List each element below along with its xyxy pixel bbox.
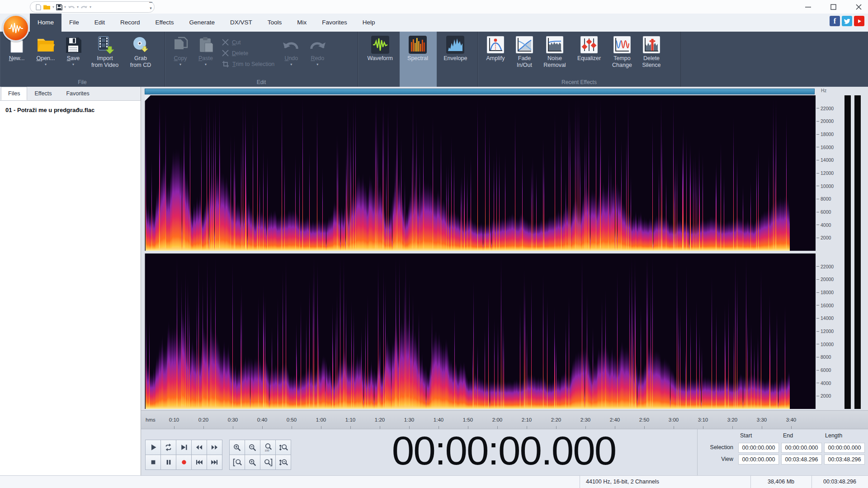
copy-button[interactable]: Copy ▾: [168, 32, 193, 79]
fade-in-out-button[interactable]: Fade In/Out: [510, 32, 538, 79]
waveform-view-button[interactable]: Waveform: [361, 32, 399, 79]
cut-button[interactable]: Cut: [222, 39, 274, 46]
open-dropdown-caret[interactable]: ▾: [52, 5, 54, 9]
redo-dropdown-caret[interactable]: ▾: [90, 5, 91, 9]
tab-files[interactable]: Files: [1, 87, 27, 100]
tab-favorites[interactable]: Favorites: [314, 14, 355, 32]
redo-dropdown-caret[interactable]: ▾: [316, 63, 318, 66]
open-button[interactable]: Open... ▾: [31, 32, 61, 79]
svg-text:100: 100: [265, 449, 270, 452]
tab-mix[interactable]: Mix: [289, 14, 314, 32]
zoom-full-button[interactable]: [245, 455, 260, 470]
delete-button[interactable]: Delete: [222, 50, 274, 56]
redo-button[interactable]: Redo ▾: [304, 32, 330, 79]
play-to-end-button[interactable]: [176, 440, 192, 455]
save-icon[interactable]: [56, 4, 62, 10]
current-time-display: 00:00:00.000: [377, 427, 631, 474]
redo-icon[interactable]: [80, 4, 88, 10]
undo-dropdown-caret[interactable]: ▾: [290, 63, 292, 66]
loop-play-button[interactable]: [160, 440, 176, 455]
spectral-view-button[interactable]: Spectral: [399, 32, 436, 79]
zoom-vertical-out-button[interactable]: [275, 455, 291, 470]
zoom-in-button[interactable]: [229, 440, 245, 455]
delete-silence-button[interactable]: Delete Silence: [637, 32, 666, 79]
record-button[interactable]: [176, 455, 192, 470]
save-button[interactable]: Save ▾: [61, 32, 86, 79]
play-button[interactable]: [145, 440, 161, 455]
customize-quick-access-icon[interactable]: ▔▾: [149, 3, 152, 10]
zoom-selection-end-button[interactable]: [260, 455, 276, 470]
twitter-icon[interactable]: [842, 16, 852, 26]
tempo-change-button[interactable]: Tempo Change: [607, 32, 637, 79]
timeline-label: 3:10: [698, 417, 708, 422]
equalizer-button[interactable]: Equalizer: [571, 32, 607, 79]
zoom-selection-start-button[interactable]: [229, 455, 245, 470]
trim-to-selection-button[interactable]: Trim to Selection: [222, 61, 274, 68]
minimize-button[interactable]: [803, 2, 813, 12]
tab-generate[interactable]: Generate: [182, 14, 222, 32]
view-end-field[interactable]: 00:03:48.296: [781, 455, 822, 465]
copy-dropdown-caret[interactable]: ▾: [179, 63, 181, 66]
timeline-unit-label: hms: [146, 417, 156, 422]
tab-edit[interactable]: Edit: [87, 14, 113, 32]
selection-end-field[interactable]: 00:00:00.000: [781, 443, 822, 453]
tab-effects[interactable]: Effects: [148, 14, 182, 32]
file-list-item[interactable]: 01 - Potraži me u predgrađu.flac: [0, 101, 141, 119]
tab-favorites[interactable]: Favorites: [59, 87, 96, 100]
open-dropdown-caret[interactable]: ▾: [45, 63, 47, 66]
timeline-label: 2:00: [492, 417, 502, 422]
facebook-icon[interactable]: f: [830, 16, 840, 26]
paste-button[interactable]: Paste ▾: [193, 32, 218, 79]
save-dropdown-caret[interactable]: ▾: [72, 63, 74, 66]
delete-silence-icon: [642, 36, 660, 54]
menubar: Home File Edit Record Effects Generate D…: [0, 14, 868, 32]
zoom-vertical-in-button[interactable]: [275, 440, 291, 455]
undo-dropdown-caret[interactable]: ▾: [77, 5, 79, 9]
close-button[interactable]: [854, 2, 863, 12]
import-from-video-button[interactable]: Import from Video: [86, 32, 124, 79]
spectrogram-channel-left[interactable]: [145, 95, 816, 251]
tab-file[interactable]: File: [61, 14, 87, 32]
go-to-start-button[interactable]: [191, 455, 207, 470]
selection-start-field[interactable]: 00:00:00.000: [738, 443, 779, 453]
timeline-ruler[interactable]: hms 0:100:200:300:400:501:001:101:201:30…: [141, 410, 868, 429]
undo-icon[interactable]: [68, 4, 75, 10]
playback-cursor-marker[interactable]: [145, 95, 151, 101]
view-start-field[interactable]: 00:00:00.000: [738, 455, 779, 465]
youtube-icon[interactable]: [854, 16, 864, 26]
tab-effects[interactable]: Effects: [27, 87, 59, 100]
timeline-label: 1:10: [345, 417, 355, 422]
undo-button[interactable]: Undo ▾: [278, 32, 304, 79]
tab-dxvst[interactable]: DX/VST: [222, 14, 260, 32]
noise-removal-button[interactable]: Noise Removal: [538, 32, 571, 79]
go-to-end-button[interactable]: [207, 455, 222, 470]
maximize-button[interactable]: [828, 2, 838, 12]
tab-record[interactable]: Record: [113, 14, 148, 32]
fast-forward-button[interactable]: [207, 440, 222, 455]
tab-tools[interactable]: Tools: [260, 14, 290, 32]
envelope-view-button[interactable]: Envelope: [436, 32, 475, 79]
amplify-icon: [486, 36, 505, 54]
amplify-button[interactable]: Amplify: [481, 32, 510, 79]
new-file-icon[interactable]: [36, 4, 41, 10]
tab-home[interactable]: Home: [30, 14, 61, 32]
spectrogram-channel-right[interactable]: [145, 253, 816, 409]
open-folder-icon[interactable]: [43, 4, 51, 10]
pause-button[interactable]: [160, 455, 176, 470]
paste-icon: [197, 36, 215, 54]
timeline-label: 1:30: [404, 417, 414, 422]
app-logo-icon[interactable]: [2, 14, 29, 42]
save-dropdown-caret[interactable]: ▾: [64, 5, 66, 9]
timeline-tick: [350, 426, 351, 429]
selection-header-end: End: [783, 432, 823, 439]
rewind-button[interactable]: [191, 440, 207, 455]
zoom-100-button[interactable]: 100: [260, 440, 276, 455]
paste-dropdown-caret[interactable]: ▾: [205, 63, 207, 66]
zoom-out-button[interactable]: [245, 440, 260, 455]
grab-from-cd-button[interactable]: Grab from CD: [124, 32, 157, 79]
horizontal-scrollbar[interactable]: [145, 89, 815, 94]
stop-button[interactable]: [145, 455, 161, 470]
tab-help[interactable]: Help: [355, 14, 383, 32]
view-length-field[interactable]: 00:03:48.296: [824, 455, 865, 465]
selection-length-field[interactable]: 00:00:00.000: [824, 443, 865, 453]
